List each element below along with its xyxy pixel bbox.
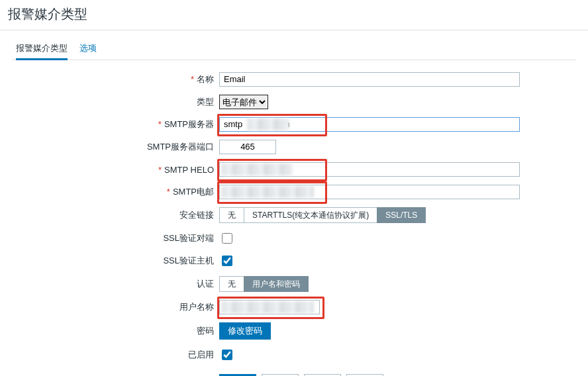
conn-security-none[interactable]: 无 bbox=[219, 207, 244, 223]
tab-options[interactable]: 选项 bbox=[79, 38, 97, 60]
auth-userpass[interactable]: 用户名和密码 bbox=[244, 276, 309, 292]
auth-label: 认证 bbox=[32, 278, 219, 290]
redacted-username bbox=[221, 301, 314, 313]
page-title: 报警媒介类型 bbox=[8, 7, 87, 21]
smtp-port-input[interactable] bbox=[219, 140, 276, 154]
password-label: 密码 bbox=[32, 325, 219, 337]
auth-none[interactable]: 无 bbox=[219, 276, 244, 292]
ssl-verify-peer-label: SSL验证对端 bbox=[32, 232, 219, 244]
ssl-verify-host-label: SSL验证主机 bbox=[32, 255, 219, 267]
smtp-port-label: SMTP服务器端口 bbox=[32, 141, 219, 153]
auth-group: 无 用户名和密码 bbox=[219, 276, 309, 292]
tabs: 报警媒介类型 选项 bbox=[12, 38, 576, 60]
type-select[interactable]: 电子邮件 bbox=[219, 95, 268, 109]
redacted-smtp-host bbox=[247, 118, 289, 130]
ssl-verify-peer-checkbox[interactable] bbox=[222, 233, 232, 244]
smtp-email-label: *SMTP电邮 bbox=[32, 186, 219, 198]
ssl-verify-host-checkbox[interactable] bbox=[222, 256, 232, 266]
conn-security-ssltls[interactable]: SSL/TLS bbox=[377, 207, 426, 223]
type-label: 类型 bbox=[32, 96, 219, 108]
redacted-helo bbox=[221, 164, 293, 175]
name-input[interactable] bbox=[219, 72, 520, 87]
conn-security-label: 安全链接 bbox=[32, 209, 219, 221]
smtp-server-label: *SMTP服务器 bbox=[32, 118, 219, 130]
username-label: 用户名称 bbox=[32, 301, 219, 313]
name-label: *名称 bbox=[32, 73, 219, 85]
conn-security-starttls[interactable]: STARTTLS(纯文本通信协议扩展) bbox=[244, 207, 377, 223]
tab-media-types[interactable]: 报警媒介类型 bbox=[16, 38, 68, 60]
redacted-email bbox=[221, 186, 314, 198]
smtp-helo-label: *SMTP HELO bbox=[32, 165, 219, 175]
enabled-checkbox[interactable] bbox=[222, 350, 232, 360]
change-password-button[interactable]: 修改密码 bbox=[219, 322, 271, 340]
conn-security-group: 无 STARTTLS(纯文本通信协议扩展) SSL/TLS bbox=[219, 207, 426, 223]
enabled-label: 已启用 bbox=[32, 349, 219, 361]
